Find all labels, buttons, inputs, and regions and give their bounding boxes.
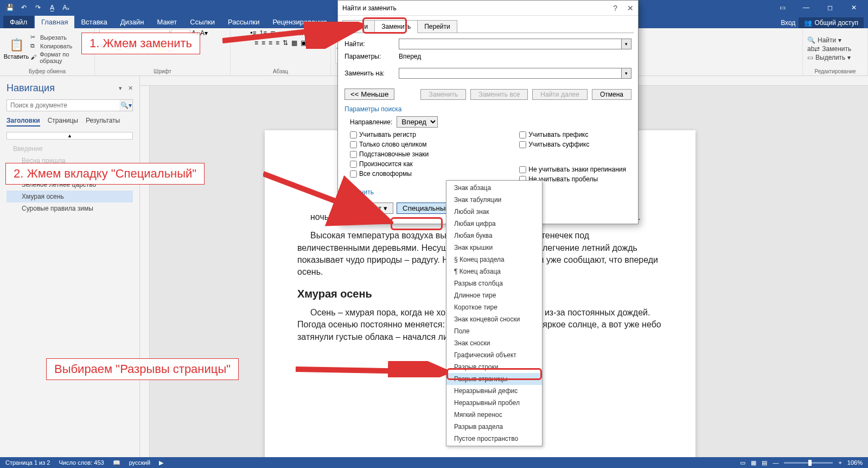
share-button[interactable]: 👥 Общий доступ bbox=[799, 17, 864, 28]
dialog-tab-find[interactable]: Найти bbox=[342, 20, 374, 33]
tab-review[interactable]: Рецензирование bbox=[266, 16, 333, 28]
special-menu-item[interactable]: Графический объект bbox=[446, 349, 542, 361]
zoom-slider[interactable] bbox=[784, 462, 833, 464]
tab-file[interactable]: Файл bbox=[3, 16, 34, 28]
underline-button[interactable]: Ч bbox=[116, 42, 121, 52]
minimize-icon[interactable]: — bbox=[795, 2, 817, 14]
tab-mailings[interactable]: Рассылки bbox=[221, 16, 266, 28]
subscript-button[interactable]: x₂ bbox=[139, 42, 145, 52]
special-menu-item[interactable]: Длинное тире bbox=[446, 289, 542, 301]
dialog-tab-goto[interactable]: Перейти bbox=[418, 20, 457, 33]
view-web-icon[interactable]: ▤ bbox=[762, 459, 767, 466]
close-icon[interactable]: ✕ bbox=[843, 2, 865, 14]
redo-icon[interactable]: ↷ bbox=[31, 2, 44, 14]
find-input[interactable]: ▾ bbox=[399, 39, 631, 49]
bold-button[interactable]: Ж bbox=[99, 42, 106, 52]
italic-button[interactable]: К bbox=[109, 42, 113, 52]
special-menu-item[interactable]: Знак сноски bbox=[446, 337, 542, 349]
search-option-checkbox[interactable]: Учитывать суффикс bbox=[519, 141, 626, 148]
bullet-list-icon[interactable]: •≡ bbox=[250, 29, 256, 37]
macro-icon[interactable]: ▶ bbox=[159, 459, 163, 466]
grow-font-icon[interactable]: A▴ bbox=[192, 29, 199, 40]
ribbon-options-icon[interactable]: ▭ bbox=[771, 2, 793, 14]
zoom-in-icon[interactable]: + bbox=[838, 459, 841, 466]
find-button[interactable]: 🔍Найти ▾ bbox=[807, 36, 851, 44]
multilevel-list-icon[interactable]: ≣ bbox=[270, 29, 276, 37]
chevron-down-icon[interactable]: ▾ bbox=[621, 39, 631, 49]
dialog-titlebar[interactable]: Найти и заменить ? ✕ bbox=[338, 1, 638, 16]
replace-button[interactable]: Заменить bbox=[420, 89, 466, 100]
font-size-select[interactable] bbox=[171, 29, 190, 40]
special-menu-item[interactable]: Любая цифра bbox=[446, 218, 542, 230]
special-menu-item[interactable]: Пустое пространство bbox=[446, 433, 542, 445]
special-menu-item[interactable]: Короткое тире bbox=[446, 301, 542, 313]
align-center-icon[interactable]: ≡ bbox=[261, 39, 265, 47]
indent-inc-icon[interactable]: ⇥ bbox=[288, 29, 293, 37]
nav-collapse-bar[interactable]: ▲ bbox=[7, 132, 133, 140]
special-menu-item[interactable]: Неразрывный дефис bbox=[446, 385, 542, 397]
special-menu-item[interactable]: Знак концевой сноски bbox=[446, 313, 542, 325]
status-words[interactable]: Число слов: 453 bbox=[59, 459, 104, 466]
nav-dropdown-icon[interactable]: ▾ bbox=[119, 85, 122, 91]
format-painter-button[interactable]: 🖌Формат по образцу bbox=[30, 51, 90, 64]
search-option-checkbox[interactable]: Только слово целиком bbox=[350, 141, 429, 148]
superscript-button[interactable]: x² bbox=[149, 42, 155, 52]
special-menu-item[interactable]: Поле bbox=[446, 325, 542, 337]
tab-home[interactable]: Главная bbox=[35, 16, 74, 28]
tab-design[interactable]: Дизайн bbox=[114, 16, 151, 28]
view-print-icon[interactable]: ▦ bbox=[751, 459, 756, 466]
status-language[interactable]: русский bbox=[129, 459, 150, 466]
find-next-button[interactable]: Найти далее bbox=[532, 89, 588, 100]
maximize-icon[interactable]: ◻ bbox=[819, 2, 841, 14]
dialog-close-icon[interactable]: ✕ bbox=[627, 4, 634, 12]
replace-input[interactable]: ▾ bbox=[399, 68, 631, 79]
checkbox[interactable] bbox=[350, 131, 357, 138]
special-menu-item[interactable]: Знак абзаца bbox=[446, 182, 542, 194]
special-menu-item[interactable]: Разрыв раздела bbox=[446, 421, 542, 433]
shrink-font-icon[interactable]: A▾ bbox=[200, 29, 208, 40]
nav-heading-item[interactable]: Введение bbox=[7, 143, 133, 155]
replace-button[interactable]: ab⇄Заменить bbox=[807, 45, 851, 53]
select-button[interactable]: ▭Выделить ▾ bbox=[807, 54, 851, 61]
replace-all-button[interactable]: Заменить все bbox=[470, 89, 528, 100]
special-menu-item[interactable]: Знак табуляции bbox=[446, 194, 542, 206]
status-page[interactable]: Страница 1 из 2 bbox=[5, 459, 50, 466]
checkbox[interactable] bbox=[519, 131, 526, 138]
signin-link[interactable]: Вход bbox=[781, 19, 795, 27]
shading-icon[interactable]: ▦ bbox=[291, 39, 297, 47]
justify-icon[interactable]: ≡ bbox=[276, 39, 279, 47]
checkbox[interactable] bbox=[350, 141, 357, 148]
copy-button[interactable]: ⧉Копировать bbox=[30, 42, 90, 50]
checkbox[interactable] bbox=[519, 141, 526, 148]
clear-format-icon[interactable]: Aₓ bbox=[60, 2, 73, 14]
nav-search-input[interactable] bbox=[7, 100, 119, 111]
search-option-checkbox[interactable]: Учитывать регистр bbox=[350, 131, 429, 138]
font-family-select[interactable] bbox=[99, 29, 170, 40]
search-option-checkbox[interactable]: Подстановочные знаки bbox=[350, 150, 429, 158]
search-icon[interactable]: 🔍▾ bbox=[119, 100, 132, 111]
search-option-checkbox[interactable]: Все словоформы bbox=[350, 170, 429, 178]
nav-tab-headings[interactable]: Заголовки bbox=[7, 117, 40, 127]
search-option-checkbox[interactable]: Произносится как bbox=[350, 160, 429, 168]
tab-references[interactable]: Ссылки bbox=[183, 16, 221, 28]
paste-button[interactable]: 📋 Вставить bbox=[4, 38, 28, 60]
cut-button[interactable]: ✂Вырезать bbox=[30, 34, 90, 41]
checkbox[interactable] bbox=[350, 161, 357, 168]
zoom-out-icon[interactable]: — bbox=[773, 459, 778, 466]
search-option-checkbox[interactable]: Не учитывать знаки препинания bbox=[519, 166, 626, 173]
direction-select[interactable]: Вперед bbox=[397, 116, 438, 128]
indent-dec-icon[interactable]: ⇤ bbox=[279, 29, 284, 37]
less-button[interactable]: << Меньше bbox=[344, 88, 394, 100]
special-menu-item[interactable]: Любой знак bbox=[446, 206, 542, 218]
strike-button[interactable]: abc bbox=[124, 42, 136, 52]
special-menu-item[interactable]: Разрыв страницы bbox=[446, 373, 542, 385]
spellcheck-icon[interactable]: 📖 bbox=[113, 459, 120, 466]
nav-heading-item[interactable]: Весна пришла bbox=[7, 155, 133, 167]
nav-heading-item[interactable]: Суровые правила зимы bbox=[7, 203, 133, 214]
zoom-level[interactable]: 106% bbox=[847, 459, 863, 466]
nav-close-icon[interactable]: ✕ bbox=[128, 85, 133, 91]
tab-insert[interactable]: Вставка bbox=[74, 16, 113, 28]
show-marks-icon[interactable]: ¶ bbox=[307, 29, 310, 37]
align-left-icon[interactable]: ≡ bbox=[254, 39, 258, 47]
save-icon[interactable]: 💾 bbox=[3, 2, 16, 14]
